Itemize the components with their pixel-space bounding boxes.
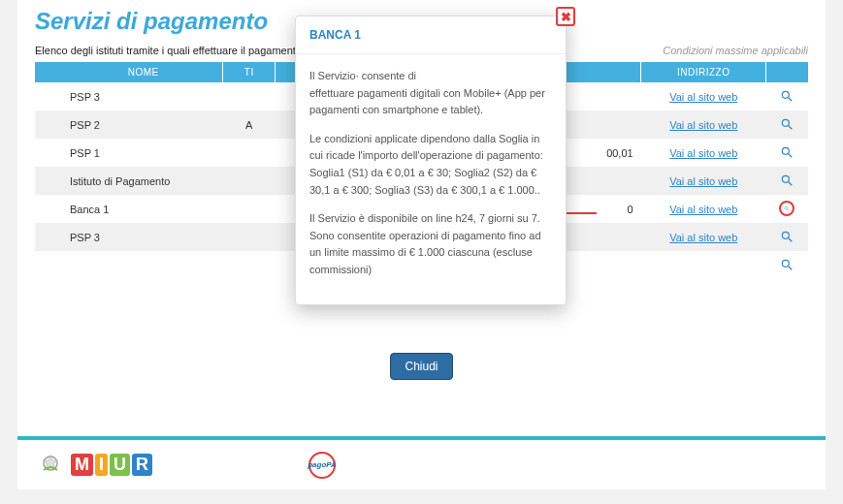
svg-point-2 [783,119,790,126]
pagopa-logo: pagoPA [308,452,336,479]
site-link[interactable]: Vai al sito web [669,147,737,159]
cell-link: Vai al sito web [641,195,766,223]
cell-tipo: A [223,110,276,139]
svg-line-11 [789,238,793,242]
col-header-tipo: TI [223,62,276,82]
cell-link: Vai al sito web [641,82,766,110]
magnifier-icon[interactable] [779,173,794,188]
modal-close-button[interactable]: ✖ [556,7,575,26]
site-link[interactable]: Vai al sito web [669,175,737,187]
magnifier-icon[interactable] [779,229,794,244]
cell-tipo [223,82,276,110]
cell-tipo [223,251,276,279]
detail-modal: ✖ BANCA 1 Il Servizio· consente di effet… [295,16,567,305]
cell-link [641,251,766,279]
cell-details [766,110,808,139]
site-link[interactable]: Vai al sito web [669,204,737,215]
svg-line-3 [789,126,793,130]
site-link[interactable]: Vai al sito web [669,91,737,103]
svg-line-7 [789,182,793,186]
svg-point-6 [783,175,790,182]
svg-line-5 [789,154,793,158]
magnifier-icon[interactable] [779,201,794,216]
svg-point-8 [785,206,788,209]
cell-nome: PSP 2 [35,110,223,139]
conditions-note: Condizioni massime applicabili [663,45,808,56]
svg-line-13 [789,267,793,270]
close-button[interactable]: Chiudi [390,353,452,380]
cell-link: Vai al sito web [641,223,766,251]
magnifier-icon[interactable] [779,257,794,272]
col-header-nome: NOME [35,62,223,82]
modal-para2: Le condizioni applicate dipendono dalla … [309,131,552,199]
site-link[interactable]: Vai al sito web [669,232,737,243]
magnifier-icon[interactable] [779,88,794,104]
cell-details [766,251,808,279]
footer: M I U R pagoPA [17,436,826,489]
cell-nome: PSP 3 [35,223,223,251]
cell-details [766,167,808,195]
col-header-dettagli [766,62,808,82]
modal-para1b: effettuare pagamenti digitali con Mobile… [309,87,545,116]
republic-emblem-icon [37,450,64,480]
cell-nome: Banca 1 [35,195,223,223]
cell-nome [35,251,223,279]
magnifier-icon[interactable] [779,144,794,160]
modal-para3: Il Servizio è disponibile on line h24, 7… [309,210,552,278]
subtitle: Elenco degli istituti tramite i quali ef… [35,45,302,56]
cell-details [766,223,808,251]
modal-title: BANCA 1 [296,16,566,54]
cell-tipo [223,167,276,195]
cell-nome: PSP 1 [35,139,223,167]
cell-details [766,82,808,110]
svg-point-0 [783,91,790,98]
cell-nome: PSP 3 [35,82,223,110]
modal-body: Il Servizio· consente di effettuare paga… [296,54,566,304]
svg-point-4 [783,147,790,154]
cell-link: Vai al sito web [641,139,766,167]
magnifier-icon[interactable] [779,116,794,132]
cell-details [766,139,808,167]
svg-line-1 [789,98,793,102]
miur-logo: M I U R [70,454,153,476]
cell-tipo [223,139,276,167]
modal-para1a: Il Servizio· consente di [309,70,416,81]
svg-line-9 [788,209,790,211]
site-link[interactable]: Vai al sito web [669,119,737,131]
svg-point-10 [783,232,790,238]
svg-point-12 [783,260,790,267]
cell-nome: Istituto di Pagamento [35,167,223,195]
cell-tipo [223,195,276,223]
cell-details [766,195,808,223]
cell-tipo [223,223,276,251]
cell-link: Vai al sito web [641,167,766,195]
col-header-indirizzo: INDIRIZZO [641,62,766,82]
cell-link: Vai al sito web [641,110,766,139]
